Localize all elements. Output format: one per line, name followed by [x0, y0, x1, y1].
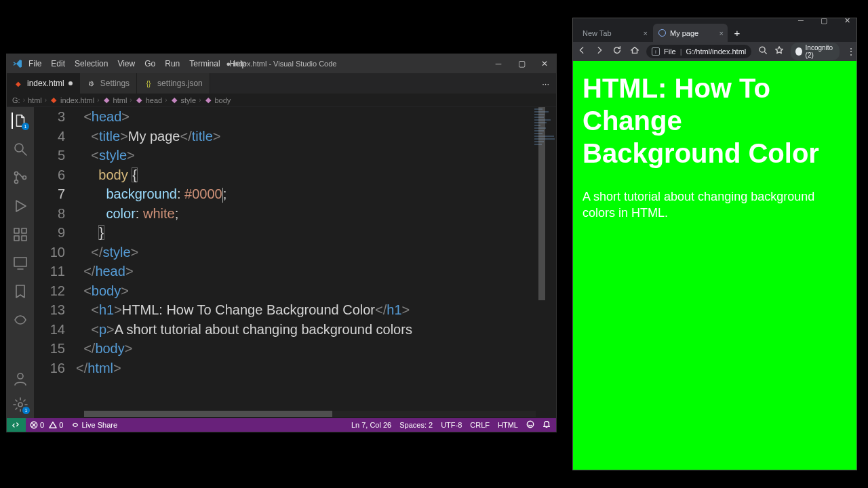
live-share-status[interactable]: Live Share	[71, 421, 117, 429]
svg-point-19	[760, 47, 765, 52]
site-info-icon[interactable]: i	[652, 47, 660, 56]
breadcrumb-node-icon: ◆	[102, 96, 111, 104]
tab-label: index.html	[27, 79, 64, 88]
svg-line-3	[22, 151, 26, 155]
svg-point-2	[15, 144, 23, 152]
browser-tab[interactable]: My page×	[653, 24, 728, 42]
eol[interactable]: CRLF	[470, 421, 490, 429]
indentation[interactable]: Spaces: 2	[399, 421, 433, 429]
tab-close-icon[interactable]: ×	[719, 29, 724, 37]
vscode-window: FileEditSelectionViewGoRunTerminalHelp ●…	[7, 54, 556, 432]
menu-selection[interactable]: Selection	[75, 59, 108, 68]
explorer-icon[interactable]: 1	[12, 113, 28, 129]
menu-edit[interactable]: Edit	[51, 59, 65, 68]
breadcrumb-item[interactable]: html	[28, 96, 42, 104]
incognito-icon	[795, 47, 802, 56]
breadcrumb[interactable]: G:›html›◆index.html›◆html›◆head›◆style›◆…	[7, 94, 556, 107]
run-debug-icon[interactable]	[12, 198, 28, 214]
bookmark-icon[interactable]	[12, 283, 28, 300]
breadcrumb-item[interactable]: G:	[12, 96, 20, 104]
vertical-scrollbar[interactable]	[538, 107, 545, 418]
problems-indicator[interactable]: 0 0	[30, 421, 63, 429]
bookmark-star-icon[interactable]	[774, 45, 784, 58]
tab-close-icon[interactable]: ×	[644, 29, 648, 37]
settings-badge: 1	[22, 407, 30, 414]
search-icon[interactable]	[12, 141, 28, 157]
minimize-button[interactable]: ─	[487, 54, 510, 73]
menu-terminal[interactable]: Terminal	[189, 59, 220, 68]
page-paragraph: A short tutorial about changing backgrou…	[583, 188, 847, 222]
line-gutter: 345678910111213141516	[34, 107, 76, 378]
notifications-icon[interactable]	[542, 420, 551, 430]
breadcrumb-node-icon: ◆	[135, 96, 143, 104]
menu-run[interactable]: Run	[165, 59, 180, 68]
remote-indicator[interactable]	[7, 418, 26, 432]
browser-toolbar: i File | G:/html/index.html Incognito (2…	[573, 42, 856, 61]
breadcrumb-item[interactable]: style	[181, 96, 197, 104]
feedback-icon[interactable]	[526, 420, 534, 430]
menu-file[interactable]: File	[28, 59, 41, 68]
browser-maximize-button[interactable]: ▢	[817, 16, 831, 25]
reload-button[interactable]	[612, 45, 622, 58]
home-button[interactable]	[630, 45, 639, 58]
status-bar: 0 0 Live Share Ln 7, Col 26 Spaces: 2 UT…	[7, 418, 556, 432]
svg-rect-9	[14, 236, 19, 241]
live-share-icon[interactable]	[12, 312, 28, 328]
breadcrumb-item[interactable]: index.html	[60, 96, 94, 104]
encoding[interactable]: UTF-8	[441, 421, 462, 429]
address-bar[interactable]: i File | G:/html/index.html	[646, 45, 751, 58]
menu-view[interactable]: View	[117, 59, 135, 68]
gear-icon: ⚙	[87, 79, 96, 88]
editor-tab[interactable]: ◆index.html	[7, 73, 80, 94]
url-text: G:/html/index.html	[686, 47, 747, 56]
remote-explorer-icon[interactable]	[12, 255, 28, 271]
incognito-indicator[interactable]: Incognito (2)	[791, 43, 840, 60]
source-control-icon[interactable]	[12, 169, 28, 186]
language-mode[interactable]: HTML	[498, 421, 518, 429]
horizontal-scrollbar[interactable]	[84, 411, 536, 417]
extensions-icon[interactable]	[12, 226, 28, 243]
svg-point-13	[18, 373, 23, 379]
vscode-body: 1 1 345678910111213141516 <head> <title>…	[7, 107, 556, 418]
vscode-titlebar[interactable]: FileEditSelectionViewGoRunTerminalHelp ●…	[7, 54, 556, 73]
menu-go[interactable]: Go	[144, 59, 155, 68]
svg-rect-11	[14, 258, 26, 266]
editor-tabs: ◆index.html⚙Settings{}settings.json ···	[7, 73, 556, 94]
settings-gear-icon[interactable]: 1	[12, 396, 28, 413]
url-scheme: File	[664, 47, 676, 56]
browser-minimize-button[interactable]: ─	[794, 16, 808, 25]
svg-rect-10	[22, 236, 26, 241]
browser-close-button[interactable]: ✕	[840, 16, 854, 25]
browser-titlebar[interactable]: ─ ▢ ✕	[573, 18, 856, 24]
breadcrumb-item[interactable]: html	[113, 96, 127, 104]
browser-menu-icon[interactable]: ⋮	[846, 46, 856, 57]
back-button[interactable]	[577, 45, 587, 58]
svg-rect-8	[22, 228, 26, 233]
accounts-icon[interactable]	[12, 371, 28, 387]
browser-tab[interactable]: New Tab×	[577, 24, 652, 42]
close-button[interactable]: ✕	[533, 54, 556, 73]
maximize-button[interactable]: ▢	[510, 54, 533, 73]
editor-area[interactable]: 345678910111213141516 <head> <title>My p…	[34, 107, 556, 418]
svg-point-18	[527, 421, 533, 427]
page-heading: HTML: How To Change Background Color	[583, 72, 847, 169]
forward-button[interactable]	[595, 45, 604, 58]
tab-label: settings.json	[157, 79, 203, 88]
browser-tab-label: My page	[670, 29, 698, 37]
code-content[interactable]: <head> <title>My page</title> <style> bo…	[76, 107, 556, 378]
browser-window: ─ ▢ ✕ New Tab×My page×+ i File | G:/html…	[573, 18, 856, 470]
breadcrumb-node-icon: ◆	[50, 96, 58, 104]
cursor-position[interactable]: Ln 7, Col 26	[351, 421, 391, 429]
svg-line-20	[765, 52, 767, 54]
zoom-icon[interactable]	[758, 45, 768, 58]
browser-tabs: New Tab×My page×+	[573, 24, 856, 42]
breadcrumb-item[interactable]: body	[215, 96, 231, 104]
tab-label: Settings	[100, 79, 130, 88]
editor-tab[interactable]: ⚙Settings	[80, 73, 137, 94]
editor-tab[interactable]: {}settings.json	[137, 73, 210, 94]
more-actions-icon[interactable]: ···	[542, 79, 549, 89]
browser-viewport[interactable]: HTML: How To Change Background Color A s…	[573, 61, 856, 470]
vscode-window-controls: ─ ▢ ✕	[487, 54, 556, 73]
breadcrumb-item[interactable]: head	[146, 96, 162, 104]
new-tab-button[interactable]: +	[729, 24, 745, 42]
